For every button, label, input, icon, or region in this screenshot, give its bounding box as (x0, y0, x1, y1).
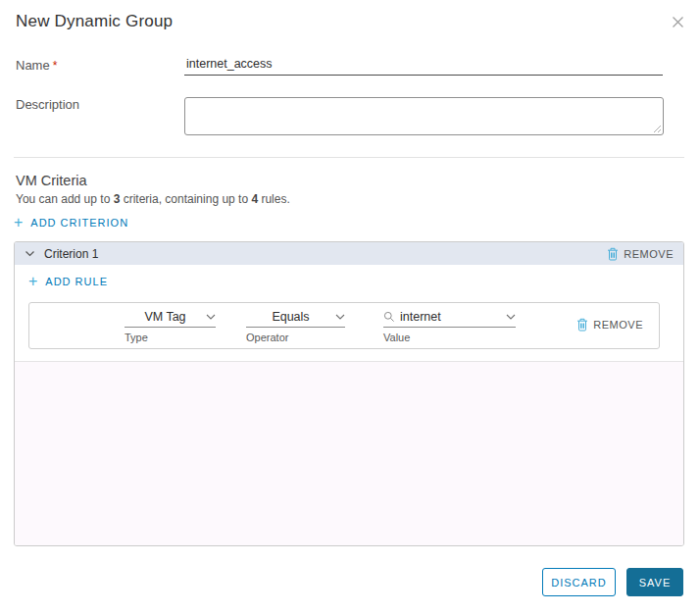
rule-value-dropdown[interactable]: internet (383, 310, 516, 328)
rule-type-label: Type (125, 332, 216, 343)
vm-criteria-help-text: You can add up to 3 criteria, containing… (16, 192, 290, 206)
criterion-empty-area (15, 362, 683, 545)
remove-rule-label: REMOVE (593, 319, 643, 331)
rule-type-dropdown[interactable]: VM Tag (125, 310, 216, 328)
collapse-criterion-button[interactable] (25, 250, 35, 257)
rule-operator-label: Operator (246, 332, 345, 343)
discard-button[interactable]: DISCARD (542, 568, 616, 596)
dialog-title: New Dynamic Group (16, 12, 173, 31)
rule-row: VM Tag Type Equals Operator (28, 302, 660, 349)
remove-criterion-button[interactable]: REMOVE (607, 247, 674, 261)
chevron-down-icon (206, 314, 216, 320)
add-criterion-label: ADD CRITERION (30, 217, 128, 229)
add-rule-button[interactable]: + ADD RULE (28, 276, 108, 287)
chevron-down-icon (25, 250, 35, 257)
required-marker: * (53, 59, 58, 73)
chevron-down-icon (506, 314, 516, 320)
trash-icon (607, 247, 619, 261)
remove-rule-button[interactable]: REMOVE (576, 318, 643, 332)
rule-type-field: VM Tag Type (125, 310, 216, 343)
criterion-title: Criterion 1 (44, 247, 98, 261)
remove-criterion-label: REMOVE (624, 248, 674, 260)
add-rule-label: ADD RULE (45, 276, 108, 287)
rule-operator-dropdown[interactable]: Equals (246, 310, 345, 328)
rule-value-label: Value (383, 332, 516, 343)
rule-type-value: VM Tag (125, 310, 206, 324)
search-icon (383, 311, 395, 323)
name-field-label: Name* (16, 58, 57, 73)
criterion-panel: Criterion 1 REMOVE + ADD RULE VM Tag (14, 241, 684, 546)
section-divider (14, 157, 684, 158)
plus-icon: + (14, 217, 24, 229)
plus-icon: + (28, 276, 38, 287)
name-input[interactable] (184, 56, 663, 76)
add-criterion-button[interactable]: + ADD CRITERION (14, 217, 128, 229)
resize-handle-icon[interactable] (653, 125, 662, 133)
vm-criteria-heading: VM Criteria (16, 173, 87, 188)
chevron-down-icon (335, 314, 345, 320)
description-field-label: Description (16, 97, 79, 112)
trash-icon (576, 318, 588, 332)
description-textarea[interactable] (184, 97, 664, 135)
save-button[interactable]: SAVE (626, 568, 683, 596)
new-dynamic-group-dialog: New Dynamic Group Name* Description VM C… (0, 0, 700, 614)
rule-value-field: internet Value (383, 310, 516, 343)
description-field (184, 97, 664, 135)
rule-operator-field: Equals Operator (246, 310, 345, 343)
rule-operator-value: Equals (246, 310, 335, 324)
close-button[interactable] (670, 14, 685, 29)
rule-value-value: internet (395, 310, 506, 324)
criterion-header[interactable]: Criterion 1 REMOVE (15, 242, 683, 265)
close-icon (672, 16, 684, 28)
